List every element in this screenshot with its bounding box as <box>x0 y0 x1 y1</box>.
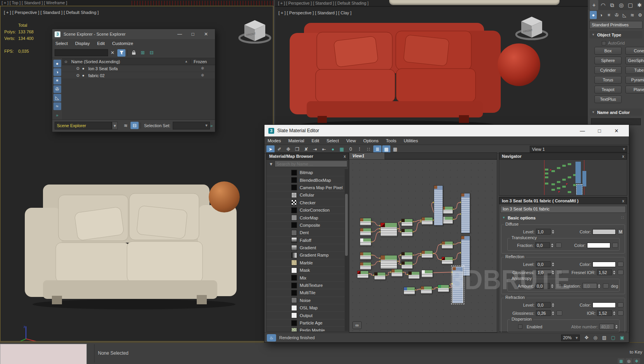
filter-funnel-icon[interactable] <box>117 49 125 57</box>
object-name[interactable]: Ion 3 Seat Sofa <box>88 66 118 71</box>
hierarchy-tab[interactable]: ⧉ <box>608 0 617 10</box>
navigator-minimap[interactable] <box>500 160 627 195</box>
delete-selected-icon[interactable]: ✘ <box>302 145 310 153</box>
node-graph-canvas[interactable]: ∞ <box>349 159 497 333</box>
refraction-color-map-button[interactable] <box>618 302 623 307</box>
map-node[interactable] <box>401 219 413 226</box>
display-geometry-icon[interactable]: ● <box>53 60 61 67</box>
translucency-fraction-spinner[interactable]: 0,0 <box>535 242 550 248</box>
viewport-label-right[interactable]: [ + ] [ Perspective ] [ Standard ] [ Cla… <box>278 10 352 15</box>
close-panel-icon[interactable]: x <box>622 154 625 159</box>
map-node[interactable] <box>380 223 397 236</box>
render-teapot-icon[interactable]: ♨ <box>267 334 276 342</box>
menu-modes[interactable]: Modes <box>268 138 281 143</box>
browser-scrollbar[interactable] <box>345 169 348 331</box>
map-list-item[interactable]: Dent <box>266 229 345 236</box>
reflection-level-spinner[interactable]: 0,0 <box>536 261 551 267</box>
lights-category[interactable]: ☀ <box>605 11 612 19</box>
display-spacewarps-icon[interactable]: ≈ <box>53 102 61 110</box>
zoom-level-combo[interactable]: 20%▾ <box>561 335 580 341</box>
display-shapes-icon[interactable]: ◑ <box>53 68 61 76</box>
minimap-selected-node[interactable] <box>576 184 582 195</box>
lock-selection-icon[interactable] <box>130 49 138 57</box>
display-cameras-icon[interactable]: ✇ <box>53 85 61 93</box>
clear-search-icon[interactable]: ✕ <box>108 49 117 57</box>
show-shaded-material-icon[interactable]: ● <box>329 145 337 153</box>
close-button[interactable]: ✕ <box>608 128 625 134</box>
translucency-color-swatch[interactable] <box>587 243 610 248</box>
map-node[interactable] <box>401 252 413 260</box>
display-tab[interactable]: ▢ <box>626 0 635 10</box>
map-list-item[interactable]: Marble <box>266 259 345 267</box>
strip-expand-chevrons[interactable]: » <box>52 113 62 117</box>
map-node[interactable] <box>360 238 371 246</box>
zoom-extents-icon[interactable]: ▢ <box>609 334 617 342</box>
map-node[interactable] <box>441 257 453 264</box>
browser-search-input[interactable] <box>275 160 347 167</box>
viewcube-right[interactable]: FRONT <box>514 10 549 45</box>
primitive-button-torus[interactable]: Torus <box>594 76 622 84</box>
render-map-icon[interactable]: ▩ <box>391 145 399 153</box>
browser-options-arrow-icon[interactable]: ▼ <box>268 162 275 166</box>
anisotropy-rotation-spinner[interactable]: 0,0 <box>582 283 597 289</box>
auto-update-preview-icon[interactable]: ▦ <box>382 145 390 153</box>
selection-set-combo[interactable]: ▾ <box>173 122 210 129</box>
frozen-snowflake-icon[interactable]: ❄ <box>190 73 215 78</box>
map-node[interactable] <box>441 241 453 249</box>
map-list-item[interactable]: Bitmap <box>266 169 345 176</box>
orange-sphere-model[interactable] <box>209 181 240 212</box>
primitive-category-dropdown[interactable]: Standard Primitives <box>589 21 642 29</box>
menu-display[interactable]: Display <box>75 41 90 46</box>
frozen-snowflake-icon[interactable]: ❄ <box>190 66 215 71</box>
layout-all-icon[interactable]: 0 <box>347 145 355 153</box>
fresnel-ior-spinner[interactable]: 1,52 <box>597 269 612 275</box>
map-list-item[interactable]: MultiTexture <box>266 282 345 289</box>
anisotropy-amount-map-button[interactable] <box>556 283 562 288</box>
basic-options-rollout[interactable]: ▼Basic options∷ <box>499 214 627 221</box>
expand-hierarchy-icon[interactable]: ⊞ <box>139 49 147 57</box>
map-node[interactable] <box>360 218 371 226</box>
column-headers[interactable]: ○ Name (Sorted Ascending) ▲ Frozen <box>62 58 215 65</box>
layers-icon[interactable]: ≋ <box>122 122 130 129</box>
pan-hand-icon[interactable]: ✥ <box>582 334 591 342</box>
material-node[interactable] <box>434 185 443 226</box>
shapes-category[interactable]: ◑ <box>598 11 605 19</box>
close-button[interactable]: ✕ <box>199 31 213 37</box>
primitive-button-geosphere[interactable]: GeoSphere <box>625 57 644 64</box>
layout-children-icon[interactable]: ⁞ <box>355 145 364 153</box>
map-node[interactable] <box>408 271 420 279</box>
find-node-binoculars-icon[interactable]: ∞ <box>352 321 362 329</box>
reflection-color-map-button[interactable] <box>618 262 623 267</box>
map-node[interactable] <box>421 286 432 294</box>
map-list-item[interactable]: Particle Age <box>266 319 345 327</box>
pick-material-from-object-icon[interactable]: ❉ <box>284 145 292 153</box>
map-node[interactable] <box>421 217 433 225</box>
material-header[interactable]: Ion 3 Seat Sofa 01 fabric ( CoronaMtl )x <box>499 197 627 204</box>
search-input[interactable] <box>55 49 108 56</box>
primitive-button-cylinder[interactable]: Cylinder <box>594 66 622 74</box>
map-list-item[interactable]: OSL Map <box>266 304 345 312</box>
primitive-button-cone[interactable]: Cone <box>625 47 644 55</box>
refraction-glossiness-spinner[interactable]: 0,26 <box>536 310 551 316</box>
map-node[interactable] <box>441 206 453 214</box>
refraction-ior-spinner[interactable]: 1,52 <box>597 310 612 316</box>
material-node[interactable] <box>461 193 470 233</box>
display-lights-icon[interactable]: ✶ <box>53 77 61 85</box>
map-node[interactable] <box>391 269 403 277</box>
spacewarps-category[interactable]: ≋ <box>629 11 636 19</box>
viewcube[interactable]: FRONT <box>237 14 272 48</box>
create-tab[interactable]: + <box>590 0 598 10</box>
anisotropy-rotation-map-button[interactable] <box>603 283 609 288</box>
map-list-item[interactable]: Noise <box>266 297 345 304</box>
geometry-category[interactable]: ● <box>590 11 597 19</box>
scene-explorer-titlebar[interactable]: 3 Scene Explorer - Scene Explorer — □ ✕ <box>52 29 215 39</box>
select-tool-icon[interactable]: ➤ <box>266 145 275 153</box>
map-node[interactable] <box>441 216 453 224</box>
maximize-button[interactable]: □ <box>186 31 199 37</box>
primitive-button-teapot[interactable]: Teapot <box>594 86 622 93</box>
map-list-item[interactable]: MultiTile <box>266 289 345 297</box>
slate-titlebar[interactable]: 3 Slate Material Editor — □ ✕ <box>264 125 629 136</box>
map-list-item[interactable]: Gradient Ramp <box>266 252 345 259</box>
diffuse-level-spinner[interactable]: 1,0 <box>536 229 551 235</box>
red-sofa-model[interactable] <box>287 18 503 131</box>
